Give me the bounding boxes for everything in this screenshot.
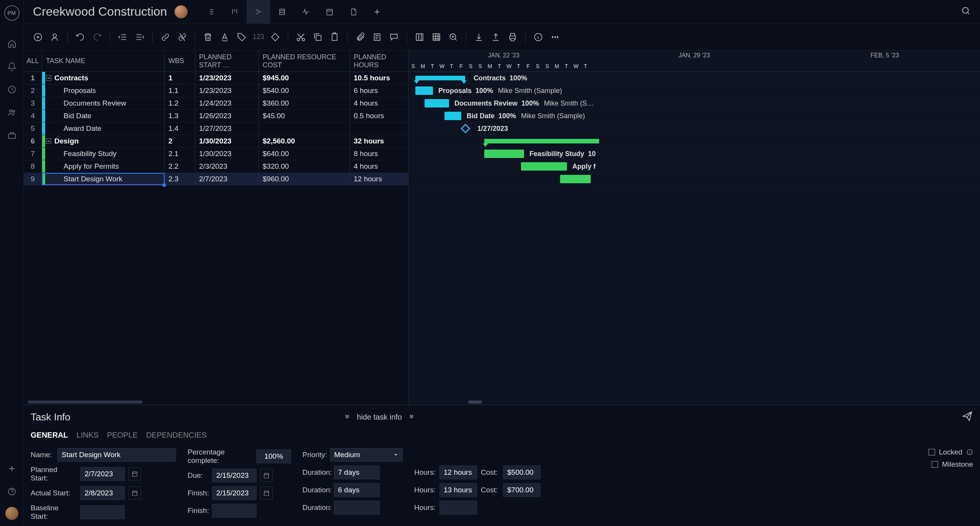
print-icon[interactable] [505,30,520,44]
export-icon[interactable] [488,30,503,44]
calendar-icon[interactable] [129,467,141,480]
note-icon[interactable] [370,30,384,44]
table-row[interactable]: 2Proposals1.11/23/2023$540.006 hours [24,85,408,97]
clock-icon[interactable] [4,82,20,97]
col-planned-hours[interactable]: PLANNED HOURS [350,50,407,72]
hide-task-info-button[interactable]: hide task info [344,413,415,422]
calendar-icon[interactable] [260,469,273,482]
duration-input[interactable] [334,466,380,479]
undo-icon[interactable] [73,30,88,44]
search-icon[interactable] [961,6,971,18]
view-file-icon[interactable] [341,0,365,23]
locked-checkbox[interactable]: Locked [928,448,973,456]
view-board-icon[interactable] [223,0,247,23]
gantt-task-bar[interactable] [484,150,524,158]
actual-cost-input[interactable] [503,483,541,497]
table-row[interactable]: 5Award Date1.41/27/2023 [24,122,408,135]
tab-general[interactable]: GENERAL [31,431,68,440]
info-icon[interactable] [966,449,973,456]
actual-start-input[interactable] [80,486,125,500]
grid-icon[interactable] [429,30,444,44]
priority-select[interactable]: Medium [330,448,403,462]
import-icon[interactable] [472,30,486,44]
gantt-task-bar[interactable] [425,99,449,107]
unlink-icon[interactable] [175,30,189,44]
outdent-icon[interactable] [116,30,130,44]
table-row[interactable]: 6−Design21/30/2023$2,560.0032 hours [24,135,408,148]
task-name-input[interactable] [57,448,176,462]
view-sheet-icon[interactable] [270,0,294,23]
cut-icon[interactable] [294,30,308,44]
columns-icon[interactable] [412,30,427,44]
view-gantt-icon[interactable] [247,0,270,23]
col-planned-start[interactable]: PLANNED START … [195,50,259,72]
diamond-icon[interactable] [268,30,283,44]
tag-icon[interactable] [234,30,249,44]
indent-icon[interactable] [132,30,147,44]
gantt-summary-bar[interactable] [415,76,465,80]
font-icon[interactable] [217,30,232,44]
table-row[interactable]: 8Apply for Permits2.22/3/2023$320.004 ho… [24,160,408,173]
gantt-task-bar[interactable] [560,175,591,183]
col-planned-cost[interactable]: PLANNED RESOURCE COST [259,50,350,72]
pct-complete-input[interactable] [256,449,291,463]
gantt-body[interactable]: Contracts 100%Proposals 100% Mike Smith … [408,72,980,399]
baseline-start-input[interactable] [80,505,125,519]
milestone-diamond[interactable] [461,124,470,133]
col-wbs[interactable]: WBS [165,50,195,72]
add-icon[interactable] [4,461,20,476]
project-avatar[interactable] [175,5,188,18]
assign-person-icon[interactable] [47,30,62,44]
bell-icon[interactable] [4,59,20,74]
link-icon[interactable] [158,30,173,44]
baseline-hours-input[interactable] [439,501,477,515]
app-logo[interactable]: PM [4,5,20,21]
view-add-icon[interactable] [365,0,389,23]
paste-icon[interactable] [327,30,342,44]
gantt-hscroll[interactable] [408,399,980,405]
user-avatar[interactable] [5,507,18,520]
grid-body[interactable]: 1−Contracts11/23/2023$945.0010.5 hours2P… [24,72,408,399]
actual-hours-input[interactable] [439,483,477,497]
due-input[interactable] [212,469,256,482]
calendar-icon[interactable] [129,487,141,500]
home-icon[interactable] [4,36,20,51]
info-icon[interactable] [531,30,546,44]
gantt-summary-bar[interactable] [484,139,599,143]
people-icon[interactable] [4,105,20,120]
planned-cost-input[interactable] [503,466,541,479]
baseline-finish-input[interactable] [212,504,256,518]
finish-input[interactable] [212,486,256,500]
table-row[interactable]: 1−Contracts11/23/2023$945.0010.5 hours [24,72,408,85]
view-calendar-icon[interactable] [318,0,341,23]
col-task-name[interactable]: TASK NAME [42,50,165,72]
tab-people[interactable]: PEOPLE [107,431,138,440]
send-icon[interactable] [962,410,973,424]
grid-hscroll[interactable] [24,399,408,405]
help-icon[interactable] [4,484,20,499]
table-row[interactable]: 3Documents Review1.21/24/2023$360.004 ho… [24,97,408,110]
view-list-icon[interactable] [199,0,223,23]
col-all[interactable]: ALL [24,50,42,72]
calendar-icon[interactable] [260,487,273,500]
planned-hours-input[interactable] [439,466,477,479]
gantt-task-bar[interactable] [521,162,567,171]
gantt-task-bar[interactable] [415,86,433,95]
view-activity-icon[interactable] [294,0,318,23]
comment-icon[interactable] [387,30,401,44]
collapse-icon[interactable]: − [46,138,51,144]
table-row[interactable]: 4Bid Date1.31/26/2023$45.000.5 hours [24,110,408,122]
milestone-checkbox[interactable]: Milestone [931,460,973,469]
tab-dependencies[interactable]: DEPENDENCIES [146,431,207,440]
attach-icon[interactable] [353,30,368,44]
planned-start-input[interactable] [80,467,125,481]
table-row[interactable]: 7Feasibility Study2.11/30/2023$640.008 h… [24,148,408,160]
collapse-icon[interactable]: − [46,75,51,81]
more-icon[interactable] [548,30,562,44]
actual-duration-input[interactable] [334,483,380,497]
table-row[interactable]: 9Start Design Work2.32/7/2023$960.0012 h… [24,173,408,186]
add-task-icon[interactable] [31,30,45,44]
gantt-task-bar[interactable] [444,112,461,120]
zoom-icon[interactable] [446,30,461,44]
tab-links[interactable]: LINKS [77,431,99,440]
